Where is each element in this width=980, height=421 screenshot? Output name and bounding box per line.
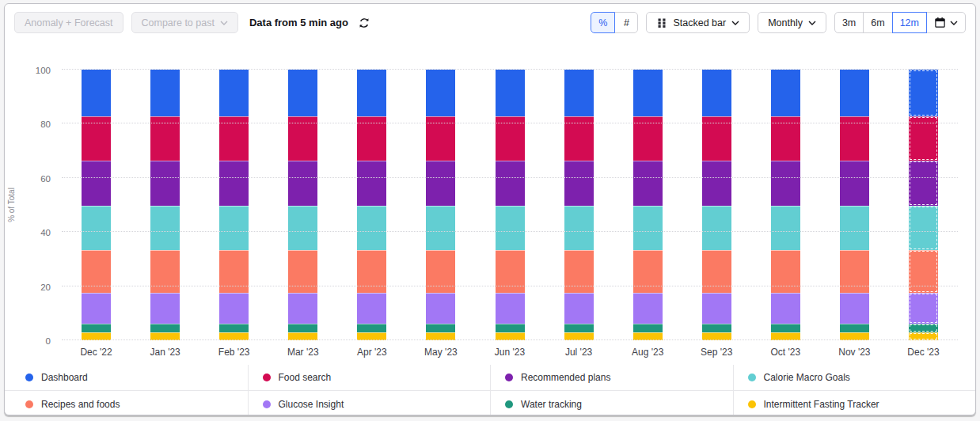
bar-segment-recipes-and-foods[interactable] (702, 250, 731, 293)
anomaly-forecast-button[interactable]: Anomaly + Forecast (14, 12, 123, 33)
bar-segment-dashboard[interactable] (564, 70, 594, 116)
stacked-bar-dec--22[interactable] (82, 70, 111, 340)
bar-segment-glucose-insight[interactable] (288, 293, 317, 324)
bar-segment-calorie-macro-goals[interactable] (840, 206, 869, 250)
bar-segment-calorie-macro-goals[interactable] (82, 206, 111, 250)
bar-segment-recommended-plans[interactable] (426, 161, 455, 206)
bar-segment-recipes-and-foods[interactable] (150, 250, 180, 293)
bar-segment-calorie-macro-goals[interactable] (357, 206, 386, 250)
legend-item-water-tracking[interactable]: Water tracking (490, 391, 733, 415)
bar-segment-water-tracking[interactable] (840, 324, 869, 332)
bar-segment-glucose-insight[interactable] (702, 293, 731, 324)
bar-segment-dashboard[interactable] (909, 70, 938, 116)
stacked-bar-jun--23[interactable] (496, 70, 525, 340)
bar-segment-calorie-macro-goals[interactable] (909, 206, 938, 250)
bar-segment-dashboard[interactable] (219, 70, 249, 116)
bar-segment-glucose-insight[interactable] (633, 293, 663, 324)
bar-segment-dashboard[interactable] (150, 70, 180, 116)
bar-segment-recipes-and-foods[interactable] (426, 250, 455, 293)
bar-segment-water-tracking[interactable] (771, 324, 800, 332)
bar-segment-calorie-macro-goals[interactable] (496, 206, 525, 250)
stacked-bar-apr--23[interactable] (357, 70, 386, 340)
bar-segment-calorie-macro-goals[interactable] (633, 206, 663, 250)
bar-segment-calorie-macro-goals[interactable] (288, 206, 317, 250)
bar-segment-calorie-macro-goals[interactable] (426, 206, 455, 250)
bar-segment-glucose-insight[interactable] (426, 293, 455, 324)
legend-item-recipes-and-foods[interactable]: Recipes and foods (5, 391, 248, 415)
bar-segment-glucose-insight[interactable] (82, 293, 111, 324)
bar-segment-water-tracking[interactable] (702, 324, 731, 332)
granularity-dropdown[interactable]: Monthly (758, 12, 826, 33)
bar-segment-water-tracking[interactable] (564, 324, 594, 332)
bar-segment-dashboard[interactable] (771, 70, 800, 116)
bar-segment-calorie-macro-goals[interactable] (219, 206, 249, 250)
bar-segment-dashboard[interactable] (496, 70, 525, 116)
bar-segment-recipes-and-foods[interactable] (840, 250, 869, 293)
bar-segment-recipes-and-foods[interactable] (219, 250, 249, 293)
bar-segment-recipes-and-foods[interactable] (82, 250, 111, 293)
date-picker-button[interactable] (926, 12, 966, 33)
bar-segment-recommended-plans[interactable] (219, 161, 249, 206)
bar-segment-recipes-and-foods[interactable] (496, 250, 525, 293)
bar-segment-recommended-plans[interactable] (288, 161, 317, 206)
stacked-bar-sep--23[interactable] (702, 70, 731, 340)
stacked-bar-may--23[interactable] (426, 70, 455, 340)
bar-segment-recipes-and-foods[interactable] (357, 250, 386, 293)
bar-segment-water-tracking[interactable] (496, 324, 525, 332)
range-12m-button[interactable]: 12m (892, 12, 927, 33)
bar-segment-water-tracking[interactable] (357, 324, 386, 332)
bar-segment-calorie-macro-goals[interactable] (564, 206, 594, 250)
bar-segment-water-tracking[interactable] (288, 324, 317, 332)
legend-item-glucose-insight[interactable]: Glucose Insight (248, 391, 491, 415)
unit-percent-toggle[interactable]: % (591, 12, 615, 33)
stacked-bar-oct--23[interactable] (771, 70, 800, 340)
bar-segment-dashboard[interactable] (702, 70, 731, 116)
bar-segment-recommended-plans[interactable] (564, 161, 594, 206)
bar-segment-recommended-plans[interactable] (771, 161, 800, 206)
bar-segment-water-tracking[interactable] (219, 324, 249, 332)
bar-segment-glucose-insight[interactable] (840, 293, 869, 324)
bar-segment-recommended-plans[interactable] (82, 161, 111, 206)
stacked-bar-nov--23[interactable] (840, 70, 869, 340)
bar-segment-recipes-and-foods[interactable] (909, 250, 938, 293)
legend-item-food-search[interactable]: Food search (248, 365, 491, 391)
stacked-bar-aug--23[interactable] (633, 70, 663, 340)
stacked-bar-feb--23[interactable] (219, 70, 249, 340)
bar-segment-recommended-plans[interactable] (909, 161, 938, 206)
bar-segment-water-tracking[interactable] (426, 324, 455, 332)
bar-segment-glucose-insight[interactable] (771, 293, 800, 324)
bar-segment-water-tracking[interactable] (909, 324, 938, 332)
bar-segment-dashboard[interactable] (357, 70, 386, 116)
stacked-bar-dec--23[interactable] (909, 70, 938, 340)
bar-segment-dashboard[interactable] (82, 70, 111, 116)
range-6m-button[interactable]: 6m (863, 12, 892, 33)
refresh-button[interactable] (356, 15, 372, 31)
bar-segment-calorie-macro-goals[interactable] (150, 206, 180, 250)
bar-segment-glucose-insight[interactable] (150, 293, 180, 324)
bar-segment-glucose-insight[interactable] (909, 293, 938, 324)
bar-segment-dashboard[interactable] (288, 70, 317, 116)
bar-segment-water-tracking[interactable] (633, 324, 663, 332)
bar-segment-water-tracking[interactable] (150, 324, 180, 332)
bar-segment-recipes-and-foods[interactable] (771, 250, 800, 293)
bar-segment-calorie-macro-goals[interactable] (702, 206, 731, 250)
bar-segment-recipes-and-foods[interactable] (564, 250, 594, 293)
bar-segment-recommended-plans[interactable] (702, 161, 731, 206)
legend-item-intermittent-fasting-tracker[interactable]: Intermittent Fasting Tracker (733, 391, 976, 415)
chart-type-dropdown[interactable]: Stacked bar (646, 12, 750, 33)
bar-segment-recipes-and-foods[interactable] (288, 250, 317, 293)
bar-segment-glucose-insight[interactable] (357, 293, 386, 324)
unit-count-toggle[interactable]: # (614, 12, 638, 33)
bar-segment-recommended-plans[interactable] (496, 161, 525, 206)
bar-segment-recommended-plans[interactable] (357, 161, 386, 206)
bar-segment-recommended-plans[interactable] (840, 161, 869, 206)
compare-to-past-dropdown[interactable]: Compare to past (131, 12, 238, 33)
legend-item-dashboard[interactable]: Dashboard (5, 365, 248, 391)
legend-item-calorie-macro-goals[interactable]: Calorie Macro Goals (733, 365, 976, 391)
bar-segment-dashboard[interactable] (633, 70, 663, 116)
bar-segment-recommended-plans[interactable] (150, 161, 180, 206)
stacked-bar-jan--23[interactable] (150, 70, 180, 340)
bar-segment-glucose-insight[interactable] (564, 293, 594, 324)
bar-segment-recipes-and-foods[interactable] (633, 250, 663, 293)
range-3m-button[interactable]: 3m (834, 12, 864, 33)
